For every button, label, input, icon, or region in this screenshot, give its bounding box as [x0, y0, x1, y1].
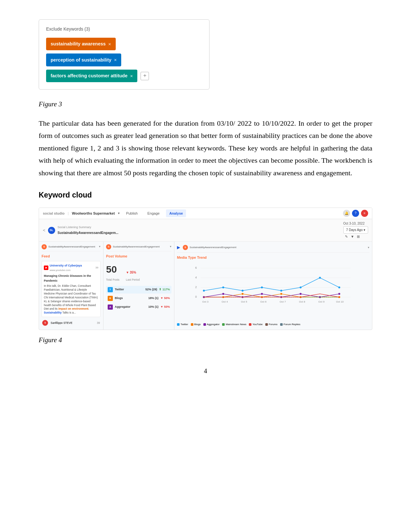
back-button[interactable]: <	[43, 227, 45, 234]
store-dropdown-icon[interactable]: ▾	[118, 210, 120, 216]
figure3-caption: Figure 3	[39, 99, 372, 110]
tag-remove-2[interactable]: ×	[130, 72, 133, 80]
chart-svg: 6 4 2 0 Oct 3 Oct 4 Oct 5 Oct 6 Oct 7 Oc…	[177, 262, 369, 320]
blogs-source-icon: B	[108, 296, 113, 301]
legend-forum-replies: Forum Replies	[280, 322, 300, 327]
keyword-tag-1[interactable]: perception of sustainability ×	[46, 53, 121, 66]
help-icon[interactable]: ?	[352, 210, 359, 217]
feed-col-name: SustainabilityAwarenessandEngagement	[48, 245, 95, 249]
notification-icon[interactable]: 🔔	[343, 210, 350, 217]
svg-point-35	[261, 293, 263, 295]
aggregator-change: ▼ 50%	[161, 305, 170, 309]
exclude-keywords-box: Exclude Keywords (3) sustainability awar…	[39, 19, 210, 90]
svg-text:Oct 3: Oct 3	[202, 300, 209, 303]
media-trend-column: ▶ S SustainabilityAwarenessandEngagement…	[174, 242, 372, 330]
svg-point-37	[300, 293, 302, 295]
legend-aggregator: Aggregator	[203, 322, 220, 327]
edit-icon[interactable]: ✎	[345, 235, 348, 238]
media-trend-label: Media Type Trend	[177, 255, 369, 261]
subnav-section: Social Listening Summary	[58, 225, 119, 230]
aggregator-source-icon: A	[108, 305, 113, 310]
total-posts-number: 50	[106, 261, 120, 277]
svg-point-18	[242, 290, 244, 292]
last-period-badge: ▼ 35%	[126, 270, 136, 275]
keyword-tag-2[interactable]: factors affecting customer attitude ×	[46, 70, 137, 82]
twitter-source-icon: T	[108, 287, 113, 292]
tag-label-1: perception of sustainability	[51, 56, 112, 64]
feed-source-url: www.youtube.com	[50, 268, 82, 273]
keyword-tag-0[interactable]: sustainability awareness ×	[46, 38, 116, 51]
svg-text:Oct 10: Oct 10	[336, 300, 344, 303]
svg-point-20	[280, 290, 282, 292]
svg-point-26	[242, 293, 244, 295]
keyword-tags-list: sustainability awareness × perception of…	[46, 38, 202, 82]
feed-source-name[interactable]: University of Cyberjaya	[50, 263, 82, 268]
tag-label-0: sustainability awareness	[51, 40, 106, 48]
screenshot-content: S SustainabilityAwarenessandEngagement ▾…	[39, 242, 372, 330]
subnav-date: Oct 3-10, 2022 7 Days Ago ▾ ✎ ▼ ⊞	[343, 221, 368, 240]
svg-text:2: 2	[195, 285, 197, 289]
figure4-screenshot: social studio | Woolworths Supermarket ▾…	[39, 208, 372, 330]
media-trend-dropdown[interactable]: ▾	[368, 245, 369, 250]
feed-icon: S	[42, 244, 47, 249]
highlight-env: impact on environment	[58, 307, 89, 310]
post-volume-column: S SustainabilityAwarenessandEngagement ▾…	[103, 242, 174, 330]
grid-icon[interactable]: ⊞	[357, 235, 360, 238]
legend-youtube: YouTube	[249, 322, 262, 327]
youtube-icon: ▶	[44, 266, 48, 270]
post-vol-label: Post Volume	[106, 253, 171, 259]
keyword-cloud-heading: Keyword cloud	[39, 189, 372, 201]
total-posts-label: Total Posts	[106, 277, 120, 282]
blogs-change: ▼ 50%	[161, 296, 170, 301]
svg-text:Oct 5: Oct 5	[241, 300, 248, 303]
feed-label: Feed	[42, 253, 101, 259]
tag-remove-0[interactable]: ×	[108, 40, 111, 48]
svg-text:0: 0	[195, 295, 197, 298]
feed-item-title: Managing Chronic Diseases in the Pandemi…	[44, 274, 98, 284]
navbar-icons: 🔔 ? ≡	[343, 210, 368, 217]
svg-point-33	[222, 293, 224, 295]
body-paragraph: The particular data has been generated f…	[39, 117, 372, 179]
engage-nav-btn[interactable]: Engage	[144, 209, 163, 218]
tag-row-0: sustainability awareness ×	[46, 38, 202, 51]
figure4-caption: Figure 4	[39, 334, 372, 346]
chart-legend: Twitter Blogs Aggregator Mainstream News…	[177, 322, 369, 327]
media-trend-chart: 6 4 2 0 Oct 3 Oct 4 Oct 5 Oct 6 Oct 7 Oc…	[177, 262, 369, 320]
tag-remove-1[interactable]: ×	[114, 56, 117, 64]
svg-point-22	[319, 277, 321, 279]
post-vol-col-name: SustainabilityAwarenessandEngagement	[113, 245, 160, 249]
svg-point-21	[300, 286, 302, 288]
play-icon: ▶	[177, 244, 180, 251]
post-vol-header: S SustainabilityAwarenessandEngagement ▾	[106, 244, 171, 251]
feed-item-body: In this talk, Dr. Eddie Chan, Consultant…	[44, 284, 98, 315]
svg-text:6: 6	[195, 266, 197, 269]
source-twitter-name: Twitter	[115, 287, 143, 292]
brand-label: social studio	[43, 210, 64, 217]
svg-point-16	[203, 290, 205, 292]
source-aggregator-name: Aggregator	[115, 305, 146, 309]
add-keyword-button[interactable]: +	[141, 72, 149, 80]
twitter-pct-bar: 52% (29)	[145, 287, 157, 292]
svg-point-39	[338, 293, 340, 295]
store-name: Woolworths Supermarket	[72, 210, 115, 217]
legend-forums: Forums	[265, 322, 278, 327]
footer-num: 39	[97, 321, 100, 325]
menu-icon[interactable]: ≡	[361, 210, 368, 217]
period-dropdown[interactable]: 7 Days Ago ▾	[343, 226, 368, 234]
svg-point-28	[280, 293, 282, 295]
feed-col-dropdown[interactable]: ▾	[99, 244, 101, 249]
feed-item: ▶ University of Cyberjaya www.youtube.co…	[42, 261, 101, 317]
post-vol-icon: S	[106, 244, 111, 249]
feed-item-num: 39	[95, 266, 98, 270]
post-vol-dropdown[interactable]: ▾	[170, 244, 171, 249]
media-trend-icon: S	[183, 245, 188, 250]
exclude-box-title: Exclude Keywords (3)	[46, 25, 202, 33]
subnav-title: SustainabilityAwarenessandEngagem...	[58, 230, 119, 236]
analyze-nav-btn[interactable]: Analyse	[166, 209, 186, 218]
svg-text:4: 4	[195, 276, 197, 279]
filter-icon[interactable]: ▼	[351, 235, 354, 238]
svg-text:Oct 7: Oct 7	[280, 300, 286, 303]
feed-footer: S Sanfilippo STEVE 39	[42, 319, 101, 327]
publish-nav-btn[interactable]: Publish	[123, 209, 141, 218]
aggregator-pct-bar: 10% (1)	[148, 305, 159, 309]
